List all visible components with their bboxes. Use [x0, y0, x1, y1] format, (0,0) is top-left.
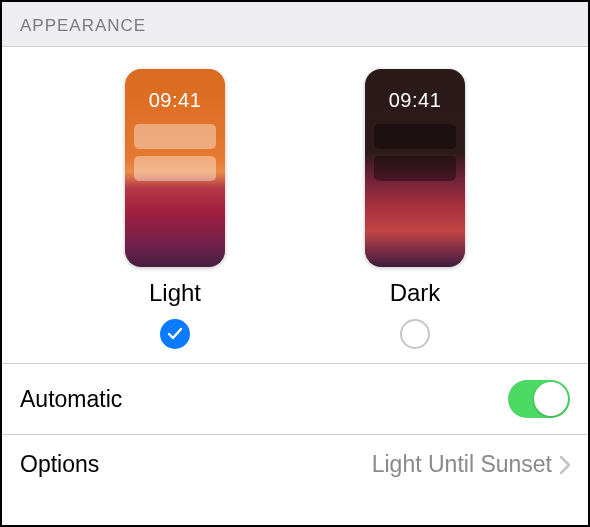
preview-notifications: [374, 124, 456, 188]
preview-time-label: 09:41: [365, 89, 465, 112]
appearance-option-light-radio[interactable]: [160, 319, 190, 349]
appearance-option-light[interactable]: 09:41 Light: [115, 69, 235, 349]
preview-notification-bar: [134, 156, 216, 181]
checkmark-icon: [167, 326, 183, 342]
preview-notification-bar: [134, 124, 216, 149]
automatic-row: Automatic: [2, 363, 588, 434]
appearance-option-dark-radio[interactable]: [400, 319, 430, 349]
automatic-switch[interactable]: [508, 380, 570, 418]
dark-preview-thumbnail: 09:41: [365, 69, 465, 267]
chevron-right-icon: [560, 456, 570, 474]
switch-knob: [534, 382, 568, 416]
appearance-option-light-label: Light: [149, 279, 201, 307]
light-preview-thumbnail: 09:41: [125, 69, 225, 267]
automatic-label: Automatic: [20, 386, 122, 413]
options-row-right: Light Until Sunset: [372, 451, 570, 478]
preview-notification-bar: [374, 156, 456, 181]
options-row[interactable]: Options Light Until Sunset: [2, 434, 588, 494]
options-value: Light Until Sunset: [372, 451, 552, 478]
appearance-mode-picker: 09:41 Light 09:41 Dark: [2, 47, 588, 363]
preview-time-label: 09:41: [125, 89, 225, 112]
preview-notification-bar: [374, 124, 456, 149]
appearance-option-dark-label: Dark: [390, 279, 441, 307]
section-header-appearance: APPEARANCE: [2, 2, 588, 47]
options-label: Options: [20, 451, 99, 478]
preview-notifications: [134, 124, 216, 188]
appearance-option-dark[interactable]: 09:41 Dark: [355, 69, 475, 349]
